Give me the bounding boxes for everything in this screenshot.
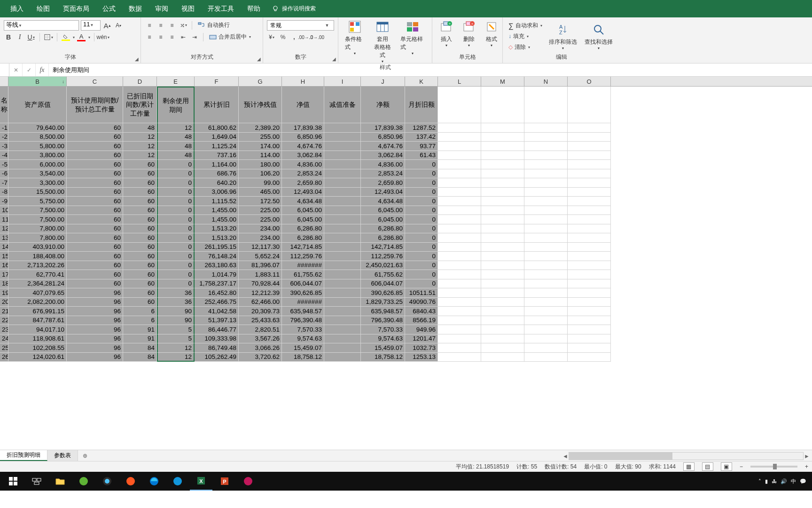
cell[interactable]: 13 [0, 233, 8, 243]
cell[interactable] [568, 169, 611, 179]
cell[interactable] [568, 279, 611, 289]
cell[interactable]: 6,045.00 [361, 206, 405, 215]
cell[interactable]: 2,389.20 [239, 123, 282, 133]
cell[interactable] [524, 160, 568, 169]
cell[interactable]: 407,079.65 [8, 288, 67, 298]
cell[interactable]: 2,659.80 [361, 178, 405, 188]
cell[interactable] [324, 197, 361, 206]
cell[interactable] [324, 160, 361, 169]
percent-icon[interactable]: % [278, 32, 288, 42]
sheet-tab-active[interactable]: 折旧预测明细 [0, 450, 47, 461]
zoom-out-icon[interactable]: − [740, 463, 743, 470]
cell[interactable]: 11 [0, 215, 8, 224]
cell[interactable] [524, 151, 568, 160]
cell[interactable] [481, 270, 524, 279]
orientation-icon[interactable]: ⤭▾ [179, 21, 188, 30]
cell[interactable] [324, 206, 361, 215]
cell[interactable] [481, 215, 524, 224]
cell[interactable]: 7,570.33 [282, 325, 324, 334]
cell[interactable] [524, 233, 568, 243]
cell[interactable] [481, 206, 524, 215]
cell[interactable]: 61,755.62 [361, 270, 405, 279]
cell[interactable]: 5,750.00 [8, 197, 67, 206]
delete-cells-button[interactable]: × 删除▾ [459, 19, 479, 48]
cell[interactable] [324, 343, 361, 353]
cell[interactable]: 7,800.00 [8, 224, 67, 234]
cell[interactable]: 8566.19 [405, 316, 438, 325]
cell[interactable]: -8 [0, 188, 8, 197]
cell[interactable] [524, 188, 568, 197]
cell[interactable] [568, 142, 611, 151]
cell[interactable]: 0 [405, 252, 438, 261]
cell[interactable] [438, 206, 481, 215]
cell[interactable]: 12,212.39 [239, 288, 282, 298]
cell[interactable] [438, 353, 481, 362]
cell[interactable] [324, 334, 361, 344]
cell[interactable]: 0 [405, 188, 438, 197]
cell[interactable]: 0 [157, 233, 195, 243]
cell[interactable]: 60 [67, 270, 123, 279]
cell[interactable]: 60 [67, 215, 123, 224]
cell[interactable]: 93.77 [405, 142, 438, 151]
cell[interactable]: 3,800.00 [8, 151, 67, 160]
cell[interactable]: 225.00 [239, 215, 282, 224]
cell[interactable]: 7,800.00 [8, 233, 67, 243]
fill-color-button[interactable] [61, 32, 70, 42]
table-header[interactable]: 名称 [0, 87, 8, 123]
cell[interactable]: 10511.51 [405, 288, 438, 298]
cell[interactable]: 61,800.62 [195, 123, 239, 133]
table-header[interactable]: 减值准备 [324, 87, 361, 123]
cell[interactable]: 0 [405, 197, 438, 206]
cell[interactable] [438, 123, 481, 133]
cell[interactable]: 20 [0, 298, 8, 307]
cell[interactable] [438, 288, 481, 298]
cell[interactable] [568, 261, 611, 270]
cell[interactable]: 5 [157, 325, 195, 334]
cell[interactable]: 2,853.24 [361, 169, 405, 179]
cell[interactable]: 70,928.44 [239, 279, 282, 289]
cell[interactable]: 640.20 [195, 178, 239, 188]
cell[interactable]: 60 [123, 261, 157, 270]
cell[interactable]: 1,649.04 [195, 133, 239, 142]
cell[interactable]: 18 [0, 279, 8, 289]
cell[interactable]: 60 [67, 169, 123, 179]
cell[interactable]: 60 [123, 298, 157, 307]
cell[interactable] [324, 298, 361, 307]
cell[interactable] [568, 353, 611, 362]
cell[interactable]: 9,574.63 [361, 334, 405, 344]
cell[interactable] [324, 123, 361, 133]
scroll-right-icon[interactable]: ► [803, 452, 811, 460]
cell[interactable] [438, 252, 481, 261]
cell[interactable]: 3,300.00 [8, 178, 67, 188]
cell[interactable]: 96 [67, 334, 123, 344]
cell[interactable]: 390,626.85 [361, 288, 405, 298]
cell[interactable]: 36 [157, 298, 195, 307]
cell[interactable] [568, 233, 611, 243]
cell[interactable]: 5 [157, 334, 195, 344]
cell[interactable]: -3 [0, 142, 8, 151]
alignment-dialog-launcher[interactable]: ◢ [256, 56, 262, 62]
scroll-thumb[interactable] [569, 452, 672, 460]
cell[interactable]: 109,333.98 [195, 334, 239, 344]
cell[interactable]: 60 [123, 233, 157, 243]
cell[interactable]: 26 [0, 353, 8, 362]
cell[interactable] [438, 334, 481, 344]
cell[interactable]: 60 [67, 142, 123, 151]
cell[interactable]: 6,000.00 [8, 160, 67, 169]
cell[interactable]: 60 [123, 252, 157, 261]
align-middle-icon[interactable]: ≡ [156, 21, 165, 30]
insert-cells-button[interactable]: + 插入▾ [436, 19, 457, 48]
cell[interactable]: 60 [123, 224, 157, 234]
cell[interactable] [481, 178, 524, 188]
zoom-slider[interactable] [750, 466, 797, 468]
cell[interactable] [438, 215, 481, 224]
increase-indent-icon[interactable]: ⇥ [190, 32, 199, 42]
cell[interactable]: 60 [67, 178, 123, 188]
cell[interactable]: 91 [123, 334, 157, 344]
cell[interactable]: 0 [157, 178, 195, 188]
cell[interactable]: 6,286.80 [282, 233, 324, 243]
cell[interactable] [438, 233, 481, 243]
cell[interactable] [324, 188, 361, 197]
cell[interactable] [481, 353, 524, 362]
cell[interactable]: 18,758.12 [361, 353, 405, 362]
